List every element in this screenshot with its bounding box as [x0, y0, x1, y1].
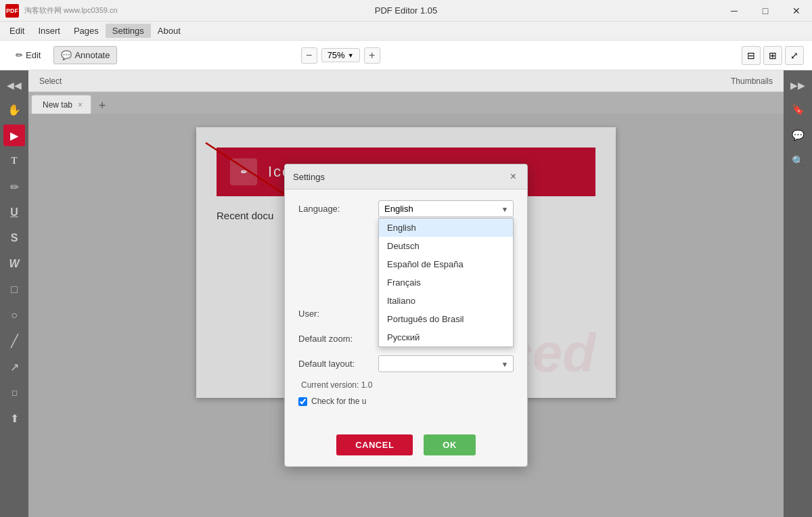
text-tool[interactable]: T: [3, 150, 25, 172]
menu-about[interactable]: About: [151, 24, 187, 38]
select-tool[interactable]: ▶: [3, 125, 25, 146]
layout-button-1[interactable]: ⊟: [742, 46, 761, 65]
dialog-title: Settings: [293, 172, 325, 182]
rect-tool[interactable]: □: [3, 279, 25, 300]
menubar: Edit Insert Pages Settings About: [0, 22, 812, 41]
content-area: Select Thumbnails New tab × + ✏ Iced PDF: [28, 70, 784, 517]
dialog-close-button[interactable]: ×: [508, 170, 519, 183]
zoom-level: 75%: [328, 50, 345, 60]
main-layout: ◀◀ ✋ ▶ T ✏ U S W □ ○ ╱ ↗ ◻ ⬆ Select Thum…: [0, 70, 812, 517]
layout-select-wrapper: ▼: [378, 355, 514, 372]
menu-settings[interactable]: Settings: [106, 24, 151, 38]
language-row: Language: ▼ English Deutsch Espa: [298, 200, 514, 217]
zoom-in-button[interactable]: +: [364, 47, 380, 64]
language-control: ▼ English Deutsch Español de España Fran…: [378, 200, 514, 217]
select-label: Select: [39, 76, 62, 86]
handwriting-tool[interactable]: W: [3, 253, 25, 275]
default-layout-row: Default layout: ▼: [298, 355, 514, 372]
settings-dialog: Settings × Language: ▼: [284, 164, 528, 467]
lang-option-espanol[interactable]: Español de España: [379, 255, 513, 273]
ok-button[interactable]: OK: [424, 434, 476, 455]
pan-tool[interactable]: ✋: [3, 99, 25, 120]
default-zoom-label: Default zoom:: [298, 334, 373, 344]
default-layout-label: Default layout:: [298, 359, 373, 369]
toolbar-right: ⊟ ⊞ ⤢: [742, 46, 804, 65]
lang-option-russian[interactable]: Русский: [379, 328, 513, 346]
titlebar: PDF 淘客软件网 www.lpc0359.cn PDF Editor 1.05…: [0, 0, 812, 22]
layout-select-input[interactable]: [378, 355, 514, 372]
toolbar: ✏ Edit 💬 Annotate − 75% ▼ + ⊟ ⊞ ⤢: [0, 41, 812, 70]
eraser-tool[interactable]: ◻: [3, 382, 25, 403]
language-input[interactable]: [378, 200, 514, 217]
arrow-tool[interactable]: ↗: [3, 356, 25, 378]
titlebar-left: PDF 淘客软件网 www.lpc0359.cn: [5, 4, 118, 18]
lang-option-italiano[interactable]: Italiano: [379, 292, 513, 310]
circle-tool[interactable]: ○: [3, 305, 25, 326]
thumbnails-label: Thumbnails: [731, 76, 773, 86]
select-bar: Select Thumbnails: [28, 70, 784, 92]
canvas-area: ✏ Iced PDF Recent docu Iced Settings ×: [28, 114, 784, 517]
maximize-button[interactable]: □: [750, 0, 781, 22]
language-label: Language:: [298, 204, 373, 214]
watermark-text: 淘客软件网 www.lpc0359.cn: [24, 5, 118, 16]
check-updates-label: Check for the u: [311, 397, 366, 406]
layout-button-2[interactable]: ⊞: [763, 46, 782, 65]
pencil-tool[interactable]: ✏: [3, 176, 25, 198]
menu-pages[interactable]: Pages: [67, 24, 106, 38]
app-icon: PDF: [5, 4, 19, 18]
tab-new[interactable]: New tab ×: [31, 95, 91, 114]
tab-close-button[interactable]: ×: [78, 100, 83, 110]
stamp-tool[interactable]: ⬆: [3, 407, 25, 429]
zoom-display[interactable]: 75% ▼: [321, 48, 360, 62]
language-dropdown: English Deutsch Español de España França…: [378, 218, 514, 347]
annotate-label: Annotate: [74, 50, 110, 60]
annotate-tool-button[interactable]: 💬 Annotate: [53, 46, 117, 64]
app-title: PDF Editor 1.05: [375, 5, 438, 16]
bookmark-tool[interactable]: 🔖: [787, 99, 809, 120]
check-updates-row: Check for the u: [298, 397, 514, 406]
menu-edit[interactable]: Edit: [3, 24, 31, 38]
window-controls: ─ □ ✕: [719, 0, 812, 22]
current-version-text: Current version: 1.0: [298, 380, 514, 390]
line-tool[interactable]: ╱: [3, 330, 25, 352]
default-layout-control: ▼: [378, 355, 514, 372]
comment-tool[interactable]: 💬: [787, 125, 809, 146]
dialog-footer: CANCEL OK: [285, 426, 527, 466]
left-sidebar: ◀◀ ✋ ▶ T ✏ U S W □ ○ ╱ ↗ ◻ ⬆: [0, 70, 28, 517]
tabs-bar: New tab × +: [28, 92, 784, 114]
lang-option-deutsch[interactable]: Deutsch: [379, 237, 513, 255]
language-select-wrapper: ▼ English Deutsch Español de España Fran…: [378, 200, 514, 217]
app-icon-label: PDF: [6, 7, 18, 14]
settings-dialog-overlay: Settings × Language: ▼: [28, 114, 784, 517]
nav-prev-button[interactable]: ◀◀: [3, 76, 25, 95]
dialog-titlebar: Settings ×: [285, 164, 527, 189]
minimize-button[interactable]: ─: [719, 0, 750, 22]
right-sidebar: ▶▶ 🔖 💬 🔍: [784, 70, 812, 517]
menu-insert[interactable]: Insert: [31, 24, 67, 38]
annotate-icon: 💬: [61, 50, 72, 60]
strikethrough-tool[interactable]: S: [3, 227, 25, 249]
nav-right-button[interactable]: ▶▶: [787, 76, 809, 95]
cancel-button[interactable]: CANCEL: [336, 434, 413, 455]
underline-tool[interactable]: U: [3, 202, 25, 223]
tab-label: New tab: [43, 100, 72, 110]
edit-tool-button[interactable]: ✏ Edit: [8, 46, 48, 64]
user-label: User:: [298, 309, 373, 319]
edit-pencil-icon: ✏: [16, 50, 23, 60]
zoom-out-button[interactable]: −: [301, 47, 317, 64]
zoom-dropdown-icon: ▼: [348, 52, 354, 59]
fullscreen-button[interactable]: ⤢: [785, 46, 804, 65]
zoom-controls: − 75% ▼ +: [301, 47, 380, 64]
tab-add-button[interactable]: +: [94, 97, 110, 114]
edit-label: Edit: [26, 50, 41, 60]
close-button[interactable]: ✕: [781, 0, 812, 22]
search-tool[interactable]: 🔍: [787, 150, 809, 172]
dialog-body: Language: ▼ English Deutsch Espa: [285, 189, 527, 426]
lang-option-english[interactable]: English: [379, 219, 513, 237]
check-updates-checkbox[interactable]: [298, 397, 307, 406]
lang-option-portuguese[interactable]: Português do Brasil: [379, 310, 513, 328]
lang-option-francais[interactable]: Français: [379, 273, 513, 292]
